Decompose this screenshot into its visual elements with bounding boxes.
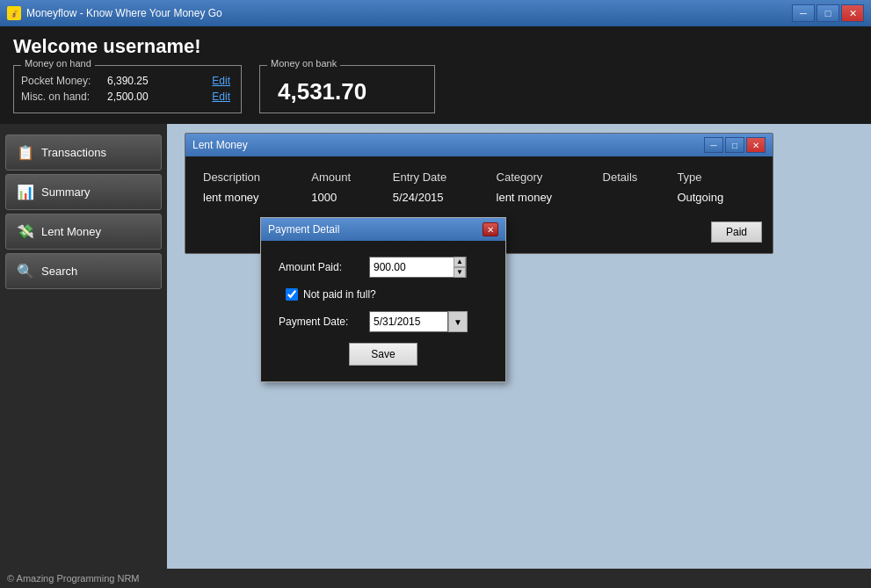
col-type: Type (670, 167, 762, 187)
misc-on-hand-label: Misc. on hand: (21, 91, 100, 103)
not-paid-full-checkbox[interactable] (286, 288, 298, 301)
cell-description: lent money (196, 187, 304, 207)
cell-category: lent money (490, 187, 596, 207)
lent-money-icon: 💸 (17, 223, 34, 240)
cell-entry-date: 5/24/2015 (386, 187, 490, 207)
footer-copyright: © Amazing Programming NRM (7, 573, 140, 584)
header-area: Welcome username! Money on hand Pocket M… (0, 26, 871, 124)
sidebar-item-summary[interactable]: 📊 Summary (5, 174, 162, 210)
payment-date-row: Payment Date: ▼ (279, 311, 488, 332)
sidebar-item-search[interactable]: 🔍 Search (5, 253, 162, 289)
money-panels: Money on hand Pocket Money: 6,390.25 Edi… (13, 65, 858, 113)
welcome-title: Welcome username! (13, 35, 858, 58)
sidebar-label-transactions: Transactions (41, 146, 106, 159)
table-row: lent money 1000 5/24/2015 lent money Out… (196, 187, 762, 207)
title-bar-left: 💰 Moneyflow - Know Where Your Money Go (7, 6, 222, 20)
col-category: Category (490, 167, 596, 187)
date-input-wrap: ▼ (369, 311, 468, 332)
spinner-down[interactable]: ▼ (454, 267, 466, 278)
content-area: Lent Money ─ □ ✕ Description Amount E (167, 124, 871, 588)
pocket-money-edit[interactable]: Edit (212, 75, 230, 87)
title-bar: 💰 Moneyflow - Know Where Your Money Go ─… (0, 0, 871, 26)
sidebar-item-transactions[interactable]: 📋 Transactions (5, 134, 162, 171)
col-details: Details (596, 167, 671, 187)
payment-dialog-body: Amount Paid: ▲ ▼ (261, 241, 505, 381)
spinner-up[interactable]: ▲ (454, 257, 466, 267)
not-paid-full-label: Not paid in full? (303, 288, 376, 301)
money-on-bank-label: Money on bank (267, 58, 340, 69)
footer: © Amazing Programming NRM (0, 569, 871, 588)
amount-paid-input-wrap: ▲ ▼ (369, 257, 467, 278)
minimize-button[interactable]: ─ (792, 4, 815, 22)
close-button[interactable]: ✕ (841, 4, 864, 22)
lent-window-title: Lent Money (192, 139, 248, 151)
money-on-hand-label: Money on hand (21, 58, 95, 69)
lent-close-btn[interactable]: ✕ (746, 137, 766, 153)
sidebar: 📋 Transactions 📊 Summary 💸 Lent Money 🔍 … (0, 124, 167, 588)
payment-dialog: Payment Detail ✕ Amount Paid: ▲ ▼ (260, 217, 506, 382)
sidebar-label-lent-money: Lent Money (41, 225, 101, 238)
lent-window-controls: ─ □ ✕ (704, 137, 766, 153)
cell-details (596, 187, 671, 207)
bank-amount: 4,531.70 (278, 78, 417, 105)
save-btn-row: Save (279, 343, 488, 366)
app-icon: 💰 (7, 6, 21, 20)
main-content: Welcome username! Money on hand Pocket M… (0, 26, 871, 588)
amount-paid-input[interactable] (370, 258, 454, 277)
cell-amount: 1000 (304, 187, 386, 207)
save-button[interactable]: Save (349, 343, 417, 366)
table-header-row: Description Amount Entry Date Category D… (196, 167, 762, 187)
maximize-button[interactable]: □ (817, 4, 839, 22)
pocket-money-value: 6,390.25 (107, 75, 169, 87)
payment-close-button[interactable]: ✕ (483, 222, 498, 236)
lent-maximize-btn[interactable]: □ (725, 137, 744, 153)
lent-table: Description Amount Entry Date Category D… (196, 167, 762, 207)
search-icon: 🔍 (17, 263, 34, 279)
payment-date-input[interactable] (369, 311, 448, 332)
app-title: Moneyflow - Know Where Your Money Go (26, 7, 222, 19)
payment-dialog-title-bar: Payment Detail ✕ (261, 218, 505, 241)
payment-dialog-title-text: Payment Detail (268, 223, 339, 236)
summary-icon: 📊 (17, 184, 34, 200)
col-amount: Amount (304, 167, 386, 187)
lent-window-title-bar: Lent Money ─ □ ✕ (185, 134, 773, 156)
sidebar-item-lent-money[interactable]: 💸 Lent Money (5, 214, 162, 250)
money-on-hand-panel: Money on hand Pocket Money: 6,390.25 Edi… (13, 65, 242, 113)
not-paid-full-row: Not paid in full? (286, 288, 488, 301)
amount-spinner: ▲ ▼ (454, 257, 466, 278)
misc-on-hand-row: Misc. on hand: 2,500.00 Edit (21, 91, 230, 103)
sidebar-label-search: Search (41, 265, 77, 278)
cell-type: Outgoing (670, 187, 762, 207)
lent-money-window: Lent Money ─ □ ✕ Description Amount E (185, 133, 773, 254)
sidebar-label-summary: Summary (41, 185, 91, 199)
pocket-money-row: Pocket Money: 6,390.25 Edit (21, 75, 230, 87)
col-description: Description (196, 167, 304, 187)
misc-on-hand-edit[interactable]: Edit (212, 91, 230, 103)
amount-paid-row: Amount Paid: ▲ ▼ (279, 257, 488, 278)
payment-date-label: Payment Date: (279, 316, 362, 328)
col-entry-date: Entry Date (386, 167, 490, 187)
money-on-bank-panel: Money on bank 4,531.70 (259, 65, 435, 113)
transactions-icon: 📋 (17, 144, 34, 161)
paid-button[interactable]: Paid (711, 221, 762, 243)
title-bar-controls: ─ □ ✕ (792, 4, 864, 22)
lent-window-body: Description Amount Entry Date Category D… (185, 156, 773, 253)
misc-on-hand-value: 2,500.00 (107, 91, 169, 103)
amount-paid-label: Amount Paid: (279, 261, 362, 273)
lent-minimize-btn[interactable]: ─ (704, 137, 723, 153)
body-area: 📋 Transactions 📊 Summary 💸 Lent Money 🔍 … (0, 124, 871, 588)
pocket-money-label: Pocket Money: (21, 75, 100, 87)
date-picker-button[interactable]: ▼ (448, 311, 468, 332)
